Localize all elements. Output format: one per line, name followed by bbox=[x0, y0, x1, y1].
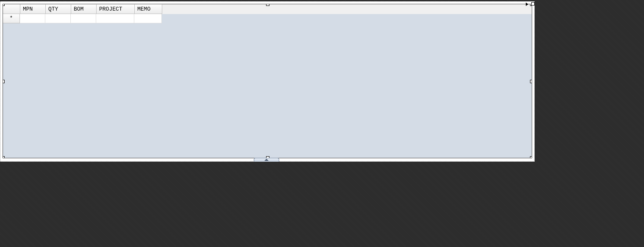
column-header-mpn[interactable]: MPN bbox=[20, 4, 46, 14]
resize-handle-sw[interactable] bbox=[3, 156, 5, 158]
cell-qty[interactable] bbox=[45, 14, 71, 23]
resize-handle-nw[interactable] bbox=[3, 4, 5, 6]
resize-handle-w[interactable] bbox=[3, 80, 5, 83]
resize-handle-n[interactable] bbox=[266, 4, 269, 6]
grid-new-row[interactable]: * bbox=[3, 14, 532, 23]
designer-form[interactable]: MPN QTY BOM PROJECT MEMO * bbox=[0, 1, 535, 162]
cell-mpn[interactable] bbox=[20, 14, 45, 23]
overflow-right-icon[interactable] bbox=[526, 3, 528, 6]
cell-project[interactable] bbox=[96, 14, 134, 23]
chevron-up-icon bbox=[264, 159, 269, 161]
resize-handle-se[interactable] bbox=[530, 156, 532, 158]
grid-corner-cell[interactable] bbox=[3, 4, 20, 14]
row-header-new[interactable]: * bbox=[3, 14, 20, 23]
column-header-qty[interactable]: QTY bbox=[46, 4, 71, 14]
cell-bom[interactable] bbox=[71, 14, 96, 23]
form-handle-ne[interactable] bbox=[531, 2, 535, 6]
cell-memo[interactable] bbox=[134, 14, 162, 23]
datagrid-view[interactable]: MPN QTY BOM PROJECT MEMO * bbox=[3, 4, 532, 158]
resize-handle-e[interactable] bbox=[530, 80, 532, 83]
column-header-project[interactable]: PROJECT bbox=[97, 4, 135, 14]
component-tray-toggle[interactable] bbox=[254, 158, 279, 162]
column-header-memo[interactable]: MEMO bbox=[135, 4, 162, 14]
column-header-bom[interactable]: BOM bbox=[71, 4, 97, 14]
